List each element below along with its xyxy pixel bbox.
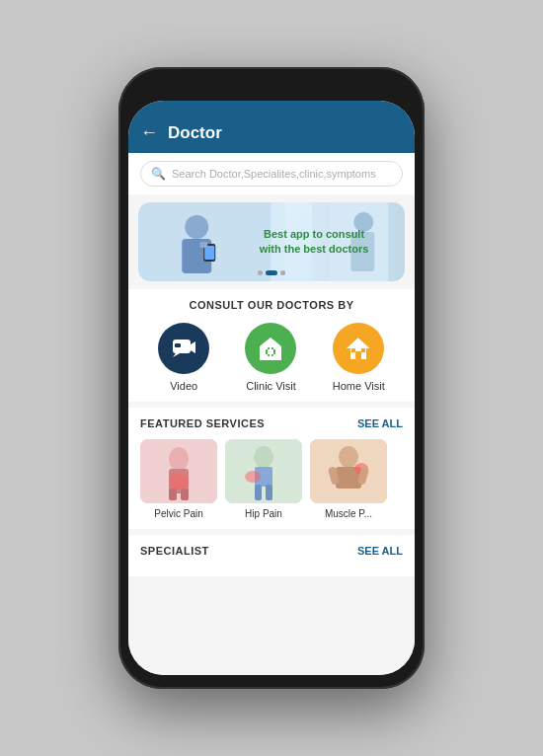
service-img-pelvic: [140, 439, 217, 503]
svg-rect-35: [266, 485, 272, 500]
svg-point-25: [169, 447, 189, 471]
promo-banner[interactable]: Best app to consult with the best doctor…: [138, 202, 405, 281]
svg-rect-20: [355, 351, 361, 359]
svg-point-33: [245, 471, 261, 483]
pelvic-fig: [140, 439, 217, 503]
featured-section: FEATURED SERVICES SEE ALL: [128, 408, 415, 529]
search-icon: 🔍: [151, 167, 166, 181]
svg-point-1: [185, 215, 208, 239]
consult-label-video: Video: [170, 380, 197, 392]
svg-rect-4: [204, 246, 214, 260]
service-item-hip[interactable]: Hip Pain: [225, 439, 302, 519]
phone-frame: ← Doctor 🔍 Search Doctor,Specialites,cli…: [118, 67, 425, 689]
specialist-section-header: SPECIALIST SEE ALL: [140, 545, 403, 557]
banner-dot-1[interactable]: [258, 270, 263, 275]
consult-options-row: Video: [140, 323, 403, 392]
svg-rect-28: [169, 489, 177, 500]
search-container: 🔍 Search Doctor,Specialites,clinic,sympt…: [128, 153, 415, 194]
banner-dot-2[interactable]: [266, 270, 277, 275]
svg-rect-11: [175, 343, 181, 347]
svg-rect-21: [351, 348, 355, 352]
app-header: ← Doctor: [128, 114, 415, 153]
svg-rect-22: [361, 348, 365, 352]
banner-text-area: Best app to consult with the best doctor…: [260, 227, 381, 258]
home-icon-circle: [333, 323, 384, 374]
search-box[interactable]: 🔍 Search Doctor,Specialites,clinic,sympt…: [140, 161, 403, 187]
svg-rect-18: [270, 347, 272, 356]
featured-section-header: FEATURED SERVICES SEE ALL: [140, 417, 403, 429]
svg-rect-5: [199, 242, 207, 248]
svg-rect-29: [181, 489, 189, 500]
consult-label-home: Home Visit: [333, 380, 385, 392]
muscle-fig: [310, 439, 387, 503]
consult-item-clinic[interactable]: Clinic Visit: [245, 323, 296, 392]
svg-marker-12: [173, 353, 180, 357]
clinic-icon-svg: [257, 335, 284, 362]
svg-point-37: [339, 446, 358, 468]
service-img-hip: [225, 439, 302, 503]
scroll-content[interactable]: Best app to consult with the best doctor…: [128, 194, 415, 675]
phone-screen: ← Doctor 🔍 Search Doctor,Specialites,cli…: [128, 101, 415, 675]
svg-rect-34: [255, 485, 262, 500]
svg-point-27: [169, 474, 189, 490]
back-button[interactable]: ←: [140, 122, 158, 143]
hip-fig: [225, 439, 302, 503]
services-row: Pelvic Pain: [140, 439, 403, 519]
home-icon-svg: [345, 335, 372, 362]
consult-section-title: CONSULT OUR DOCTORS BY: [140, 299, 403, 311]
service-item-muscle[interactable]: Muscle P...: [310, 439, 387, 519]
banner-text-line2: with the best doctors: [260, 242, 369, 257]
phone-notch: [242, 83, 301, 91]
specialist-title: SPECIALIST: [140, 545, 209, 557]
featured-see-all-button[interactable]: SEE ALL: [357, 417, 403, 429]
banner-dots: [258, 270, 285, 275]
specialist-section: SPECIALIST SEE ALL: [128, 535, 415, 576]
consult-item-video[interactable]: Video: [158, 323, 209, 392]
svg-marker-10: [191, 341, 195, 353]
service-label-hip: Hip Pain: [245, 508, 282, 519]
consult-item-home[interactable]: Home Visit: [333, 323, 385, 392]
specialist-see-all-button[interactable]: SEE ALL: [357, 545, 403, 557]
muscle-svg: [310, 439, 387, 503]
service-label-muscle: Muscle P...: [325, 508, 372, 519]
phone-notch-area: [128, 77, 415, 97]
consult-label-clinic: Clinic Visit: [246, 380, 296, 392]
svg-marker-14: [261, 338, 280, 345]
video-icon-svg: [170, 335, 197, 362]
service-img-muscle: [310, 439, 387, 503]
page-title: Doctor: [168, 123, 222, 143]
pelvic-svg: [140, 439, 217, 503]
consult-section: CONSULT OUR DOCTORS BY: [128, 289, 415, 402]
service-item-pelvic[interactable]: Pelvic Pain: [140, 439, 217, 519]
clinic-icon-circle: [245, 323, 296, 374]
status-bar: [128, 101, 415, 114]
banner-text-line1: Best app to consult: [260, 227, 369, 242]
banner-dot-3[interactable]: [280, 270, 285, 275]
service-label-pelvic: Pelvic Pain: [154, 508, 202, 519]
search-placeholder: Search Doctor,Specialites,clinic,symptom…: [172, 168, 376, 180]
svg-point-31: [254, 446, 273, 468]
featured-title: FEATURED SERVICES: [140, 417, 265, 429]
hip-svg: [225, 439, 302, 503]
video-icon-circle: [158, 323, 209, 374]
